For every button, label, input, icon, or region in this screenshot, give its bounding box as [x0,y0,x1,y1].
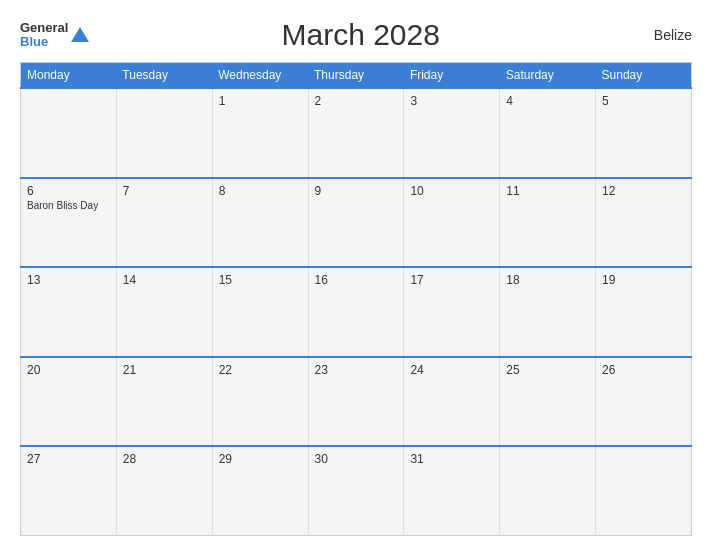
day-number: 20 [27,363,110,377]
calendar-cell: 1 [212,88,308,178]
calendar-cell: 26 [596,357,692,447]
day-number: 2 [315,94,398,108]
day-number: 29 [219,452,302,466]
day-number: 10 [410,184,493,198]
calendar-header-monday: Monday [21,63,117,89]
calendar-header-tuesday: Tuesday [116,63,212,89]
calendar-cell: 5 [596,88,692,178]
page-title: March 2028 [89,18,632,52]
calendar-cell: 25 [500,357,596,447]
day-number: 19 [602,273,685,287]
day-number: 8 [219,184,302,198]
day-number: 6 [27,184,110,198]
day-number: 17 [410,273,493,287]
day-number: 15 [219,273,302,287]
calendar-cell: 14 [116,267,212,357]
day-number: 5 [602,94,685,108]
day-number: 30 [315,452,398,466]
day-number: 7 [123,184,206,198]
calendar-cell: 23 [308,357,404,447]
calendar-cell: 27 [21,446,117,536]
calendar-table: MondayTuesdayWednesdayThursdayFridaySatu… [20,62,692,536]
calendar-cell: 3 [404,88,500,178]
calendar-week-row: 13141516171819 [21,267,692,357]
day-number: 18 [506,273,589,287]
day-number: 16 [315,273,398,287]
header: General Blue March 2028 Belize [20,18,692,52]
day-number: 3 [410,94,493,108]
calendar-cell: 8 [212,178,308,268]
day-number: 24 [410,363,493,377]
calendar-cell: 16 [308,267,404,357]
day-number: 14 [123,273,206,287]
day-number: 26 [602,363,685,377]
day-number: 25 [506,363,589,377]
calendar-cell: 4 [500,88,596,178]
calendar-header-saturday: Saturday [500,63,596,89]
calendar-header-sunday: Sunday [596,63,692,89]
calendar-cell: 18 [500,267,596,357]
day-number: 28 [123,452,206,466]
day-number: 21 [123,363,206,377]
calendar-cell [596,446,692,536]
calendar-cell: 15 [212,267,308,357]
calendar-week-row: 2728293031 [21,446,692,536]
calendar-cell: 24 [404,357,500,447]
calendar-cell: 6Baron Bliss Day [21,178,117,268]
logo-general: General [20,21,68,35]
calendar-cell [500,446,596,536]
calendar-week-row: 6Baron Bliss Day789101112 [21,178,692,268]
logo-text: General Blue [20,21,68,50]
logo: General Blue [20,21,89,50]
calendar-cell [21,88,117,178]
calendar-event: Baron Bliss Day [27,200,110,211]
page: General Blue March 2028 Belize MondayTue… [0,0,712,550]
calendar-cell: 10 [404,178,500,268]
day-number: 13 [27,273,110,287]
calendar-cell: 20 [21,357,117,447]
calendar-cell: 2 [308,88,404,178]
calendar-cell: 31 [404,446,500,536]
calendar-week-row: 12345 [21,88,692,178]
calendar-header-friday: Friday [404,63,500,89]
calendar-cell: 22 [212,357,308,447]
logo-blue: Blue [20,35,48,49]
logo-triangle-icon [71,27,89,42]
calendar-header-thursday: Thursday [308,63,404,89]
day-number: 4 [506,94,589,108]
calendar-cell: 17 [404,267,500,357]
country-label: Belize [632,27,692,43]
day-number: 31 [410,452,493,466]
calendar-header-wednesday: Wednesday [212,63,308,89]
day-number: 27 [27,452,110,466]
calendar-cell: 29 [212,446,308,536]
day-number: 23 [315,363,398,377]
day-number: 22 [219,363,302,377]
day-number: 1 [219,94,302,108]
calendar-cell: 19 [596,267,692,357]
calendar-cell: 21 [116,357,212,447]
calendar-cell: 13 [21,267,117,357]
calendar-cell: 9 [308,178,404,268]
day-number: 12 [602,184,685,198]
calendar-cell: 30 [308,446,404,536]
calendar-week-row: 20212223242526 [21,357,692,447]
calendar-cell: 7 [116,178,212,268]
calendar-cell: 11 [500,178,596,268]
calendar-cell [116,88,212,178]
day-number: 9 [315,184,398,198]
calendar-header-row: MondayTuesdayWednesdayThursdayFridaySatu… [21,63,692,89]
calendar-cell: 12 [596,178,692,268]
calendar-cell: 28 [116,446,212,536]
day-number: 11 [506,184,589,198]
